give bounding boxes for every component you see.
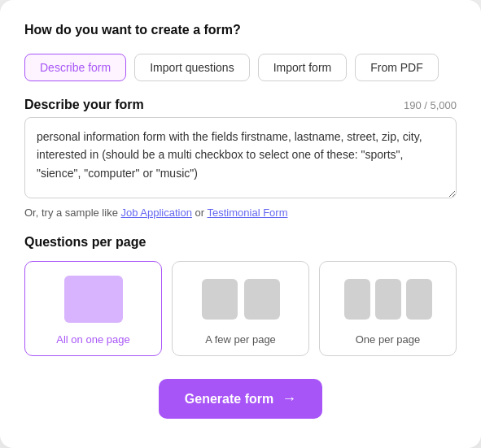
arrow-icon: → bbox=[282, 390, 296, 407]
describe-label: Describe your form bbox=[24, 98, 144, 112]
preview-block-one-3 bbox=[406, 279, 432, 320]
generate-button[interactable]: Generate form → bbox=[159, 379, 322, 419]
char-count: 190 / 5,000 bbox=[404, 99, 457, 111]
preview-block-one-1 bbox=[344, 279, 370, 320]
preview-block-few-2 bbox=[244, 279, 280, 320]
layout-few[interactable]: A few per page bbox=[172, 261, 309, 356]
describe-textarea[interactable]: personal information form with the field… bbox=[24, 117, 457, 198]
preview-block-one-2 bbox=[375, 279, 401, 320]
page-title: How do you want to create a form? bbox=[24, 23, 457, 37]
layout-options: All on one page A few per page One per p… bbox=[24, 261, 457, 356]
layout-preview-few bbox=[181, 273, 300, 325]
job-application-link[interactable]: Job Application bbox=[120, 207, 191, 219]
layout-all-one[interactable]: All on one page bbox=[24, 261, 162, 356]
layout-preview-one bbox=[328, 273, 448, 325]
preview-block-few-1 bbox=[202, 279, 238, 320]
questions-per-page-label: Questions per page bbox=[24, 235, 457, 250]
layout-one[interactable]: One per page bbox=[319, 261, 457, 356]
layout-label-all-one: All on one page bbox=[56, 333, 129, 346]
preview-block-all bbox=[64, 276, 123, 323]
tab-import-questions[interactable]: Import questions bbox=[134, 54, 250, 81]
layout-preview-all-one bbox=[33, 273, 153, 325]
testimonial-form-link[interactable]: Testimonial Form bbox=[208, 207, 288, 219]
describe-section: Describe your form 190 / 5,000 personal … bbox=[24, 98, 457, 219]
tab-import-form[interactable]: Import form bbox=[258, 54, 348, 81]
questions-per-page-section: Questions per page All on one page A few… bbox=[24, 235, 457, 356]
sample-or: or bbox=[192, 207, 208, 219]
tab-group: Describe form Import questions Import fo… bbox=[24, 54, 457, 81]
tab-describe[interactable]: Describe form bbox=[24, 54, 126, 81]
sample-prefix: Or, try a sample like bbox=[24, 207, 120, 219]
layout-label-one: One per page bbox=[356, 333, 421, 346]
tab-from-pdf[interactable]: From PDF bbox=[355, 54, 439, 81]
main-card: How do you want to create a form? Descri… bbox=[0, 0, 481, 448]
layout-label-few: A few per page bbox=[205, 333, 276, 346]
generate-button-label: Generate form bbox=[185, 392, 273, 407]
sample-text: Or, try a sample like Job Application or… bbox=[24, 207, 457, 219]
